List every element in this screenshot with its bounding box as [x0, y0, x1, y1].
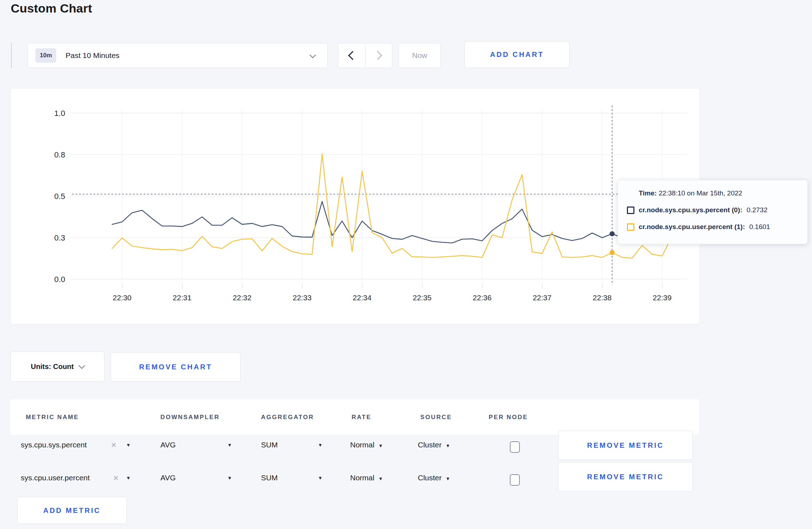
remove-chart-button[interactable]: REMOVE CHART	[111, 352, 241, 382]
x-axis-tick-label: 22:37	[533, 293, 552, 302]
downsampler-dropdown-arrow-icon[interactable]: ▼	[227, 442, 232, 448]
metric-dropdown-arrow-icon[interactable]: ▼	[126, 442, 131, 448]
metrics-table-header: METRIC NAME DOWNSAMPLER AGGREGATOR RATE …	[10, 399, 699, 435]
sys-percent-swatch-icon	[627, 207, 634, 214]
chart-tooltip: Time: 22:38:10 on Mar 15th, 2022 cr.node…	[618, 180, 808, 244]
rate-dropdown-arrow-icon: ▼	[378, 476, 383, 481]
tooltip-series-value: 0.1601	[749, 223, 770, 231]
y-axis-tick-label: 0.5	[54, 192, 65, 201]
y-axis-tick-label: 1.0	[54, 109, 65, 118]
x-axis-tick-label: 22:31	[173, 293, 192, 302]
data-point-dot	[610, 250, 615, 255]
source-value: Cluster	[418, 441, 442, 449]
source-dropdown-arrow-icon: ▼	[446, 443, 450, 448]
custom-chart-page: Custom Chart 10m Past 10 Minutes Now ADD…	[0, 0, 812, 529]
user-percent-swatch-icon	[627, 223, 634, 231]
per-node-checkbox[interactable]	[510, 441, 520, 453]
remove-metric-button[interactable]: REMOVE METRIC	[558, 462, 693, 491]
toolbar-divider	[11, 43, 12, 68]
source-select[interactable]: Cluster▼	[418, 441, 450, 449]
time-range-dropdown[interactable]: 10m Past 10 Minutes	[28, 43, 328, 68]
chevron-right-icon	[373, 51, 382, 60]
tooltip-time: Time: 22:38:10 on Mar 15th, 2022	[639, 189, 807, 197]
x-axis-tick-label: 22:35	[413, 293, 432, 302]
tooltip-series-label: cr.node.sys.cpu.user.percent (1):	[639, 223, 745, 231]
downsampler-dropdown-arrow-icon[interactable]: ▼	[227, 475, 232, 481]
chevron-down-icon	[78, 362, 85, 369]
downsampler-select[interactable]: AVG	[160, 474, 176, 482]
y-axis-tick-label: 0.8	[54, 150, 65, 159]
source-value: Cluster	[418, 474, 442, 482]
per-node-checkbox[interactable]	[510, 474, 520, 486]
metric-name-select[interactable]: sys.cpu.sys.percent	[21, 441, 87, 449]
tooltip-series-row: cr.node.sys.cpu.user.percent (1): 0.1601	[627, 223, 807, 231]
x-axis-tick-label: 22:34	[353, 293, 372, 302]
x-axis-tick-label: 22:32	[233, 293, 252, 302]
rate-select[interactable]: Normal▼	[350, 441, 383, 449]
next-window-button[interactable]	[366, 43, 392, 68]
add-metric-button[interactable]: ADD METRIC	[17, 497, 127, 524]
series-line	[112, 154, 672, 258]
y-axis-tick-label: 0.0	[54, 275, 65, 284]
tooltip-series-row: cr.node.sys.cpu.sys.percent (0): 0.2732	[627, 206, 807, 214]
units-dropdown[interactable]: Units: Count	[10, 351, 105, 382]
x-axis-tick-label: 22:39	[653, 293, 672, 302]
prev-window-button[interactable]	[338, 43, 365, 68]
source-dropdown-arrow-icon: ▼	[446, 476, 450, 481]
col-header-per-node: PER NODE	[489, 414, 528, 421]
rate-dropdown-arrow-icon: ▼	[378, 443, 383, 448]
chevron-left-icon	[348, 51, 357, 60]
downsampler-select[interactable]: AVG	[160, 441, 176, 449]
aggregator-dropdown-arrow-icon[interactable]: ▼	[318, 475, 323, 481]
metrics-table: METRIC NAME DOWNSAMPLER AGGREGATOR RATE …	[10, 399, 699, 529]
now-button[interactable]: Now	[398, 43, 441, 68]
x-axis-tick-label: 22:30	[113, 293, 132, 302]
data-point-dot	[610, 231, 615, 236]
time-range-badge: 10m	[35, 48, 56, 63]
col-header-source: SOURCE	[420, 414, 452, 421]
chart-card: 0.00.30.50.81.022:3022:3122:3222:3322:34…	[10, 88, 700, 324]
aggregator-select[interactable]: SUM	[261, 474, 278, 482]
col-header-rate: RATE	[352, 414, 371, 421]
source-select[interactable]: Cluster▼	[418, 474, 450, 482]
rate-value: Normal	[350, 474, 374, 482]
aggregator-dropdown-arrow-icon[interactable]: ▼	[318, 442, 323, 448]
col-header-metric-name: METRIC NAME	[26, 414, 79, 421]
cpu-usage-line-chart[interactable]: 0.00.30.50.81.022:3022:3122:3222:3322:34…	[11, 88, 699, 323]
col-header-downsampler: DOWNSAMPLER	[160, 414, 220, 421]
page-title: Custom Chart	[11, 1, 92, 15]
metric-dropdown-arrow-icon[interactable]: ▼	[126, 475, 131, 481]
clear-metric-icon[interactable]: ×	[111, 440, 116, 451]
x-axis-tick-label: 22:33	[293, 293, 312, 302]
rate-select[interactable]: Normal▼	[350, 474, 383, 482]
time-window-pager	[338, 43, 392, 68]
x-axis-tick-label: 22:36	[473, 293, 492, 302]
tooltip-time-value: 22:38:10 on Mar 15th, 2022	[659, 189, 742, 197]
time-range-label: Past 10 Minutes	[66, 51, 120, 60]
col-header-aggregator: AGGREGATOR	[261, 414, 314, 421]
add-chart-button[interactable]: ADD CHART	[464, 41, 570, 68]
x-axis-tick-label: 22:38	[593, 293, 612, 302]
remove-metric-button[interactable]: REMOVE METRIC	[558, 431, 693, 460]
units-label: Units: Count	[31, 363, 74, 371]
metric-name-select[interactable]: sys.cpu.user.percent	[21, 474, 90, 482]
y-axis-tick-label: 0.3	[54, 233, 65, 242]
series-line	[112, 202, 672, 243]
tooltip-series-label: cr.node.sys.cpu.sys.percent (0):	[639, 206, 742, 214]
chevron-down-icon	[309, 52, 316, 58]
aggregator-select[interactable]: SUM	[261, 441, 278, 449]
rate-value: Normal	[350, 441, 374, 449]
clear-metric-icon[interactable]: ×	[113, 472, 119, 484]
tooltip-series-value: 0.2732	[746, 206, 767, 214]
